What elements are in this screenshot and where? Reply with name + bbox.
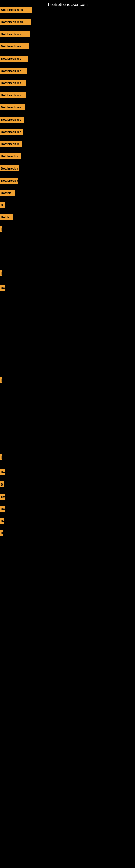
bottleneck-bar: Bottleneck re [0, 141, 22, 147]
bottleneck-bar: Bottleneck r [0, 178, 18, 184]
bottleneck-bar: Bott [0, 518, 4, 524]
bottleneck-bar: Bottleneck res [0, 92, 26, 98]
bottleneck-bar: B [0, 482, 4, 488]
bottleneck-bar: Bottle [0, 214, 13, 220]
bottleneck-bar: Bottleneck res [0, 43, 29, 50]
bottleneck-bar: | [0, 226, 2, 232]
bottleneck-bar: Bottleneck resu [0, 19, 31, 25]
bottleneck-bar: Bottleneck res [0, 31, 30, 37]
bottleneck-bar: Bottleneck res [0, 117, 24, 123]
bottleneck-bar: Bottleneck res [0, 80, 27, 86]
bottleneck-bar: Bo [0, 506, 5, 512]
bottleneck-bar: Bottleneck res [0, 56, 28, 62]
bottleneck-bar: Bo [0, 494, 5, 500]
bottleneck-bar: Bottleneck r [0, 165, 19, 172]
bottleneck-bar: Bottleneck res [0, 68, 27, 74]
bottleneck-bar: Bottlen [0, 190, 15, 196]
bottleneck-bar: Bottleneck resu [0, 7, 32, 13]
bottleneck-bar: | [0, 454, 2, 460]
bottleneck-bar: | [0, 270, 2, 276]
bottleneck-bar: Bottleneck res [0, 129, 24, 135]
bottleneck-bar: | [0, 377, 2, 383]
bottleneck-bar: Bottleneck r [0, 153, 21, 159]
bottleneck-bar: Bo [0, 469, 5, 475]
bottleneck-bar: Bo [0, 285, 5, 291]
bottleneck-bar: B [0, 202, 5, 208]
bottleneck-bar: B [0, 530, 3, 536]
bottleneck-bar: Bottleneck res [0, 104, 25, 111]
